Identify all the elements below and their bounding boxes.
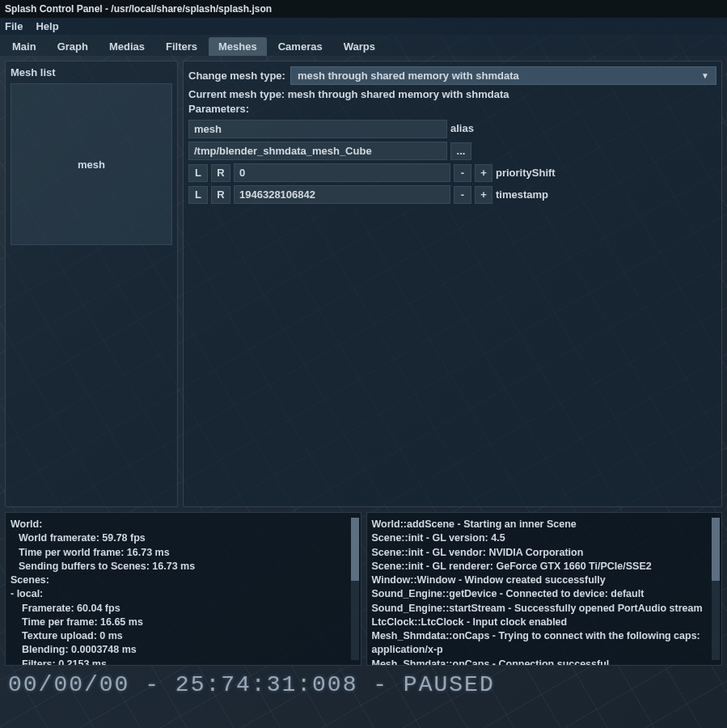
scrollbar[interactable] (712, 518, 720, 660)
stats-line: Filters: 0.2153 ms (11, 658, 356, 667)
log-line: Scene::init - GL vendor: NVIDIA Corporat… (372, 546, 717, 560)
parameters-label: Parameters: (188, 103, 716, 115)
log-line: Sound_Engine::getDevice - Connected to d… (372, 587, 717, 601)
priorityshift-plus-button[interactable]: + (475, 164, 492, 182)
log-panel: World::addScene - Starting an inner Scen… (366, 512, 723, 666)
log-line: Mesh_Shmdata::onCaps - Connection succes… (372, 658, 717, 667)
mesh-type-value: mesh through shared memory with shmdata (298, 70, 519, 82)
timestamp-plus-button[interactable]: + (475, 186, 492, 204)
mesh-name-field[interactable]: mesh (188, 120, 447, 138)
menu-help[interactable]: Help (36, 20, 58, 32)
mesh-list-title: Mesh list (11, 66, 172, 78)
tab-filters[interactable]: Filters (156, 37, 207, 56)
priorityshift-r-button[interactable]: R (211, 164, 230, 182)
timestamp-label: timestamp (496, 188, 548, 201)
current-mesh-type: Current mesh type: mesh through shared m… (188, 88, 716, 100)
stats-line: Time per frame: 16.65 ms (11, 616, 356, 629)
stats-line: - local: (11, 587, 356, 601)
tabbar: Main Graph Medias Filters Meshes Cameras… (0, 35, 727, 56)
browse-button[interactable]: ... (450, 142, 471, 160)
priorityshift-label: priorityShift (496, 167, 556, 179)
timestamp-minus-button[interactable]: - (454, 186, 471, 204)
tab-meshes[interactable]: Meshes (209, 37, 267, 56)
stats-line: Time per world frame: 16.73 ms (11, 546, 356, 560)
stats-line: Blending: 0.0003748 ms (11, 643, 356, 657)
priorityshift-l-button[interactable]: L (188, 164, 208, 182)
alias-label: alias (450, 120, 474, 138)
stats-line: Framerate: 60.04 fps (11, 602, 356, 616)
tab-warps[interactable]: Warps (334, 37, 385, 56)
timestamp-input[interactable]: 1946328106842 (234, 185, 450, 204)
priorityshift-input[interactable]: 0 (234, 163, 450, 182)
mesh-list[interactable]: mesh (11, 83, 172, 245)
timestamp-l-button[interactable]: L (188, 186, 208, 204)
stats-line: Scenes: (11, 574, 356, 587)
log-line: Mesh_Shmdata::onCaps - Trying to connect… (372, 629, 717, 658)
mesh-type-select[interactable]: mesh through shared memory with shmdata … (290, 66, 716, 85)
log-line: LtcClock::LtcClock - Input clock enabled (372, 616, 717, 629)
change-mesh-type-label: Change mesh type: (188, 70, 285, 82)
timecode-display: 00/00/00 - 25:74:31:008 - PAUSED (0, 671, 727, 702)
mesh-path-input[interactable]: /tmp/blender_shmdata_mesh_Cube (188, 142, 447, 160)
tab-cameras[interactable]: Cameras (268, 37, 332, 56)
window-title: Splash Control Panel - /usr/local/share/… (0, 0, 727, 18)
tab-medias[interactable]: Medias (99, 37, 154, 56)
log-line: World::addScene - Starting an inner Scen… (372, 518, 717, 531)
stats-line: Texture upload: 0 ms (11, 629, 356, 643)
log-line: Scene::init - GL version: 4.5 (372, 531, 717, 545)
priorityshift-minus-button[interactable]: - (454, 164, 471, 182)
menu-file[interactable]: File (5, 20, 23, 32)
chevron-down-icon: ▼ (701, 71, 709, 80)
log-line: Scene::init - GL renderer: GeForce GTX 1… (372, 560, 717, 574)
log-line: Sound_Engine::startStream - Successfully… (372, 602, 717, 616)
menubar: File Help (0, 18, 727, 35)
mesh-properties-panel: Change mesh type: mesh through shared me… (183, 61, 722, 507)
tab-main[interactable]: Main (2, 37, 46, 56)
timestamp-r-button[interactable]: R (211, 186, 230, 204)
log-line: Window::Window - Window created successf… (372, 574, 717, 587)
scrollbar[interactable] (351, 518, 359, 660)
mesh-list-item[interactable]: mesh (78, 159, 105, 171)
stats-line: Sending buffers to Scenes: 16.73 ms (11, 560, 356, 574)
mesh-list-panel: Mesh list mesh (5, 61, 178, 507)
stats-panel: World:World framerate: 59.78 fpsTime per… (5, 512, 361, 666)
tab-graph[interactable]: Graph (48, 37, 98, 56)
stats-line: World: (11, 518, 356, 531)
stats-line: World framerate: 59.78 fps (11, 531, 356, 545)
